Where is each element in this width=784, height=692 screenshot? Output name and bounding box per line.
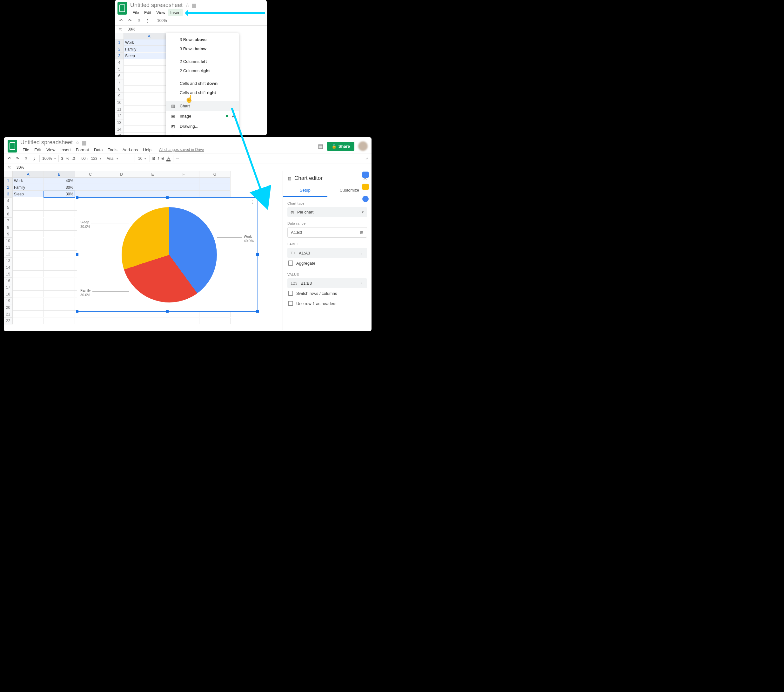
row-header[interactable]: 20 [4,304,13,311]
sheet-grid[interactable]: A 1Work2Family3Sleep456789101112131415 3… [115,33,267,135]
cell[interactable] [75,184,106,191]
resize-handle[interactable] [76,197,78,199]
row-header[interactable]: 12 [4,251,13,258]
row-header[interactable]: 2 [115,46,124,53]
bold-button[interactable]: B [152,156,155,161]
row-header[interactable]: 11 [115,106,124,113]
star-icon[interactable]: ☆ [185,2,189,8]
cell[interactable] [44,251,75,258]
cell[interactable] [13,211,44,217]
row-header[interactable]: 2 [4,184,13,191]
cell[interactable] [13,311,44,317]
zoom-picker[interactable]: 100% [157,18,167,23]
cell[interactable] [199,311,231,317]
cell[interactable] [199,318,231,324]
cell[interactable] [137,311,168,317]
menu-help[interactable]: Help [141,147,154,153]
cell[interactable] [44,218,75,224]
cell[interactable] [44,278,75,284]
cell[interactable] [44,244,75,251]
redo-icon[interactable]: ↷ [15,156,20,162]
menu-addons[interactable]: Add-ons [120,147,140,153]
menu-view[interactable]: View [154,9,167,16]
switch-rows-checkbox[interactable]: Switch rows / columns [287,288,367,298]
resize-handle[interactable] [256,253,259,256]
menu-rows-below[interactable]: 3 Rows below [166,44,239,53]
row-header[interactable]: 4 [4,198,13,204]
cell[interactable]: Work [13,178,44,184]
menu-tools[interactable]: Tools [105,147,119,153]
cell[interactable] [44,271,75,277]
folder-icon[interactable]: ▆ [82,139,86,145]
cell[interactable] [44,284,75,291]
cell[interactable] [168,311,199,317]
menu-chart[interactable]: ▥Chart [166,101,239,111]
cell[interactable] [44,264,75,271]
row-header[interactable]: 22 [4,318,13,324]
cell[interactable] [44,311,75,317]
resize-handle[interactable] [166,197,169,199]
undo-icon[interactable]: ↶ [118,18,124,23]
undo-icon[interactable]: ↶ [7,156,12,162]
cell[interactable] [13,271,44,277]
label-range-field[interactable]: Tᴛ A1:A3 ⋮ [287,248,367,258]
tasks-addon-icon[interactable] [362,196,369,202]
row-header[interactable]: 3 [115,53,124,59]
formula-value[interactable]: 30% [126,26,137,33]
cell[interactable] [75,191,106,197]
currency-button[interactable]: $ [61,156,64,161]
row-header[interactable]: 7 [4,218,13,224]
cell[interactable] [13,284,44,291]
row-header[interactable]: 6 [4,211,13,218]
menu-edit[interactable]: Edit [142,9,153,16]
row-header[interactable]: 3 [4,191,13,198]
italic-button[interactable]: I [158,156,159,161]
text-color-button[interactable]: A [166,156,171,162]
comments-icon[interactable]: ▤ [318,143,323,150]
font-size-picker[interactable]: 10 [137,156,147,161]
account-avatar[interactable] [358,141,368,151]
row-header[interactable]: 13 [115,119,124,126]
folder-icon[interactable]: ▆ [192,2,196,8]
select-all-corner[interactable] [4,171,13,178]
row-header[interactable]: 11 [4,244,13,251]
print-icon[interactable]: ⎙ [23,156,29,162]
cell[interactable] [44,291,75,297]
pie-chart[interactable] [122,207,217,302]
formula-bar[interactable]: fx 30% [115,26,267,33]
more-icon[interactable]: ⋮ [360,281,364,286]
cell[interactable] [13,251,44,258]
cell[interactable] [137,191,168,197]
row-header[interactable]: 14 [4,264,13,271]
cell[interactable] [199,184,231,191]
row-header[interactable]: 13 [4,258,13,264]
cell[interactable]: 30% [44,184,75,191]
menu-file[interactable]: File [20,147,31,153]
menu-cols-right[interactable]: 2 Columns right [166,66,239,75]
cell[interactable] [137,318,168,324]
cell[interactable] [168,191,199,197]
cell[interactable] [75,311,106,317]
row-header[interactable]: 9 [4,231,13,238]
doc-title[interactable]: Untitled spreadsheet [20,139,73,146]
cell[interactable] [106,311,137,317]
cell[interactable] [44,204,75,211]
menu-form[interactable]: ☰Form... [166,131,239,135]
cell[interactable] [13,291,44,297]
col-header[interactable]: B [44,171,75,178]
cell[interactable] [44,318,75,324]
row-header[interactable]: 8 [115,86,124,93]
cell[interactable] [13,218,44,224]
cell[interactable] [106,184,137,191]
cell[interactable] [44,211,75,217]
zoom-picker[interactable]: 100% [42,156,56,161]
row-header[interactable]: 7 [115,79,124,86]
cell[interactable] [13,304,44,311]
cell[interactable] [44,258,75,264]
row-header[interactable]: 17 [4,284,13,291]
value-range-field[interactable]: 123 B1:B3 ⋮ [287,278,367,288]
row-header[interactable]: 12 [115,113,124,119]
tab-setup[interactable]: Setup [283,185,328,197]
sheet-grid[interactable]: A B C D E F G 1Work40%2Family30%3Sleep30… [4,171,283,330]
cell[interactable] [13,298,44,304]
